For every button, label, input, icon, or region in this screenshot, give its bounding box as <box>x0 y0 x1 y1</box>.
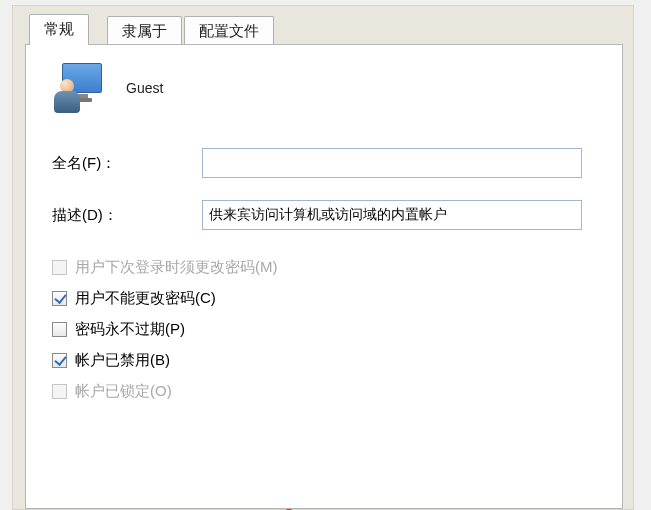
properties-frame: 常规 隶属于 配置文件 Guest 全名(F)： 描述(D)： <box>12 5 634 510</box>
checkbox-account-disabled[interactable] <box>52 353 67 368</box>
check-row-account-disabled[interactable]: 帐户已禁用(B) <box>52 351 596 370</box>
checkbox-never-expires[interactable] <box>52 322 67 337</box>
description-input[interactable] <box>202 200 582 230</box>
check-row-never-expires[interactable]: 密码永不过期(P) <box>52 320 596 339</box>
tab-member-of[interactable]: 隶属于 <box>107 16 182 44</box>
tab-strip: 常规 隶属于 配置文件 <box>13 6 633 44</box>
checkbox-cannot-change[interactable] <box>52 291 67 306</box>
user-account-icon <box>52 63 106 113</box>
checkbox-account-disabled-label: 帐户已禁用(B) <box>75 351 170 370</box>
full-name-input[interactable] <box>202 148 582 178</box>
tab-profile[interactable]: 配置文件 <box>184 16 274 44</box>
description-label: 描述(D)： <box>52 206 202 225</box>
checkbox-locked <box>52 384 67 399</box>
checkbox-must-change <box>52 260 67 275</box>
checkbox-never-expires-label: 密码永不过期(P) <box>75 320 185 339</box>
tab-panel-general: Guest 全名(F)： 描述(D)： 用户下次登录时须更改密码(M) 用户不能… <box>25 44 623 509</box>
user-header: Guest <box>52 63 596 113</box>
checkbox-must-change-label: 用户下次登录时须更改密码(M) <box>75 258 278 277</box>
account-name: Guest <box>126 80 163 96</box>
check-row-locked: 帐户已锁定(O) <box>52 382 596 401</box>
checkbox-locked-label: 帐户已锁定(O) <box>75 382 172 401</box>
checkbox-cannot-change-label: 用户不能更改密码(C) <box>75 289 216 308</box>
check-row-cannot-change[interactable]: 用户不能更改密码(C) <box>52 289 596 308</box>
tab-general[interactable]: 常规 <box>29 14 89 45</box>
full-name-label: 全名(F)： <box>52 154 202 173</box>
check-row-must-change: 用户下次登录时须更改密码(M) <box>52 258 596 277</box>
